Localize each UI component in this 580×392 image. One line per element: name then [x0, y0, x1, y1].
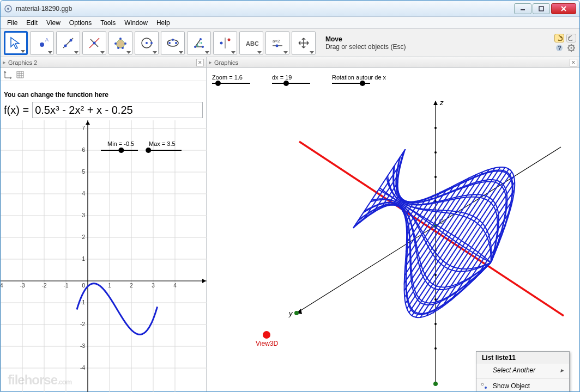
- panel-close-icon[interactable]: ✕: [570, 59, 577, 66]
- tool-hint: Move Drag or select objects (Esc): [325, 35, 552, 51]
- svg-text:-2: -2: [80, 321, 85, 327]
- menu-edit[interactable]: Edit: [22, 18, 42, 28]
- function-input[interactable]: [32, 102, 203, 118]
- plot-2d[interactable]: -4-3-2-11234-4-3-2-112345670Min = -0.5Ma…: [1, 120, 206, 391]
- svg-rect-3: [539, 7, 543, 11]
- svg-text:7: 7: [82, 125, 85, 131]
- tool-move[interactable]: [4, 31, 28, 55]
- svg-text:1: 1: [82, 256, 85, 262]
- panel-close-icon[interactable]: ✕: [196, 59, 204, 66]
- svg-text:A: A: [45, 37, 49, 42]
- context-select-another[interactable]: Select Another: [476, 364, 569, 377]
- svg-point-19: [114, 42, 117, 45]
- svg-text:-1: -1: [80, 299, 85, 305]
- tool-line[interactable]: [56, 31, 80, 55]
- toolbar-right: ?: [554, 34, 576, 52]
- svg-point-15: [119, 38, 122, 40]
- svg-text:3: 3: [82, 212, 85, 218]
- svg-point-100: [146, 148, 151, 153]
- svg-text:2: 2: [82, 234, 85, 240]
- menu-help[interactable]: Help: [152, 18, 174, 28]
- svg-text:6: 6: [82, 147, 85, 153]
- context-show-object[interactable]: Show Object: [476, 379, 569, 391]
- window-title: material-18290.ggb: [16, 5, 513, 13]
- svg-point-115: [294, 311, 299, 315]
- close-button[interactable]: [551, 3, 576, 14]
- svg-text:3: 3: [152, 283, 155, 289]
- undo-icon[interactable]: [554, 34, 564, 42]
- collapse-icon[interactable]: ▸: [3, 59, 6, 66]
- show-object-icon: [480, 382, 488, 390]
- svg-text:-4: -4: [80, 365, 85, 371]
- menu-tools[interactable]: Tools: [96, 18, 120, 28]
- help-icon[interactable]: ?: [554, 44, 564, 52]
- tool-circle[interactable]: [135, 31, 159, 55]
- svg-text:1: 1: [108, 283, 111, 289]
- menu-options[interactable]: Options: [65, 18, 96, 28]
- grid-icon[interactable]: [16, 70, 25, 79]
- titlebar: material-18290.ggb: [1, 1, 579, 17]
- svg-line-48: [573, 45, 574, 46]
- svg-line-47: [573, 50, 574, 51]
- tool-translate-view[interactable]: [292, 31, 316, 55]
- tool-reflect[interactable]: [213, 31, 237, 55]
- rotation-slider[interactable]: Rotation autour de x: [332, 74, 386, 84]
- svg-text:-3: -3: [80, 343, 85, 349]
- svg-text:4: 4: [173, 283, 177, 289]
- svg-line-116: [299, 142, 564, 316]
- menu-window[interactable]: Window: [120, 18, 152, 28]
- toolbar: A α ABC a=2 Move Drag or select objects …: [1, 29, 579, 57]
- axes-icon[interactable]: [4, 70, 13, 79]
- svg-point-97: [118, 148, 124, 153]
- graphics-panel: ▸ Graphics ✕ Zoom = 1.6 dx = 19 Rotation…: [207, 57, 579, 391]
- svg-point-121: [481, 383, 484, 385]
- tool-point[interactable]: A: [30, 31, 54, 55]
- tool-conic[interactable]: [161, 31, 185, 55]
- svg-point-32: [220, 41, 223, 44]
- tool-angle[interactable]: α: [187, 31, 211, 55]
- minimize-button[interactable]: [514, 3, 531, 14]
- menu-file[interactable]: File: [3, 18, 22, 28]
- tool-perpendicular[interactable]: [82, 31, 106, 55]
- svg-point-122: [485, 387, 487, 389]
- svg-text:Max = 3.5: Max = 3.5: [149, 140, 176, 147]
- svg-point-110: [434, 151, 437, 154]
- svg-point-112: [433, 382, 438, 386]
- tool-polygon[interactable]: [108, 31, 132, 55]
- svg-marker-14: [116, 39, 125, 48]
- svg-line-49: [569, 50, 570, 51]
- svg-point-18: [117, 47, 119, 49]
- svg-line-46: [569, 45, 570, 46]
- dx-slider[interactable]: dx = 19: [272, 74, 310, 84]
- graphics2-panel: ▸ Graphics 2 ✕ You can change the functi…: [1, 57, 207, 391]
- redo-icon[interactable]: [566, 34, 576, 42]
- svg-text:y: y: [288, 309, 293, 317]
- context-menu: List liste11 Select Another Show Object …: [476, 351, 570, 391]
- app-icon: [4, 4, 13, 13]
- svg-point-17: [122, 47, 124, 49]
- graphics2-title[interactable]: ▸ Graphics 2 ✕: [1, 57, 206, 68]
- svg-text:α: α: [200, 40, 202, 45]
- svg-point-27: [194, 46, 196, 48]
- svg-text:0: 0: [82, 283, 85, 289]
- svg-text:Min = -0.5: Min = -0.5: [107, 140, 134, 147]
- svg-point-24: [168, 42, 171, 44]
- menu-view[interactable]: View: [42, 18, 65, 28]
- canvas-3d[interactable]: zyOView3D List liste11 Select Another Sh…: [207, 90, 579, 391]
- maximize-button[interactable]: [533, 3, 550, 14]
- svg-point-104: [434, 323, 437, 325]
- svg-point-10: [70, 39, 72, 41]
- svg-text:ABC: ABC: [246, 40, 258, 47]
- svg-point-1: [7, 8, 9, 10]
- function-prefix: f(x) =: [4, 104, 29, 117]
- svg-point-26: [172, 39, 174, 41]
- tool-slider[interactable]: a=2: [265, 31, 289, 55]
- settings-icon[interactable]: [566, 44, 576, 52]
- tool-text[interactable]: ABC: [239, 31, 263, 55]
- svg-text:2: 2: [130, 283, 133, 289]
- graphics-title[interactable]: ▸ Graphics ✕: [207, 57, 579, 68]
- zoom-slider[interactable]: Zoom = 1.6: [212, 74, 250, 84]
- svg-text:-1: -1: [64, 283, 69, 289]
- collapse-icon[interactable]: ▸: [209, 59, 212, 66]
- menubar: File Edit View Options Tools Window Help: [1, 17, 579, 29]
